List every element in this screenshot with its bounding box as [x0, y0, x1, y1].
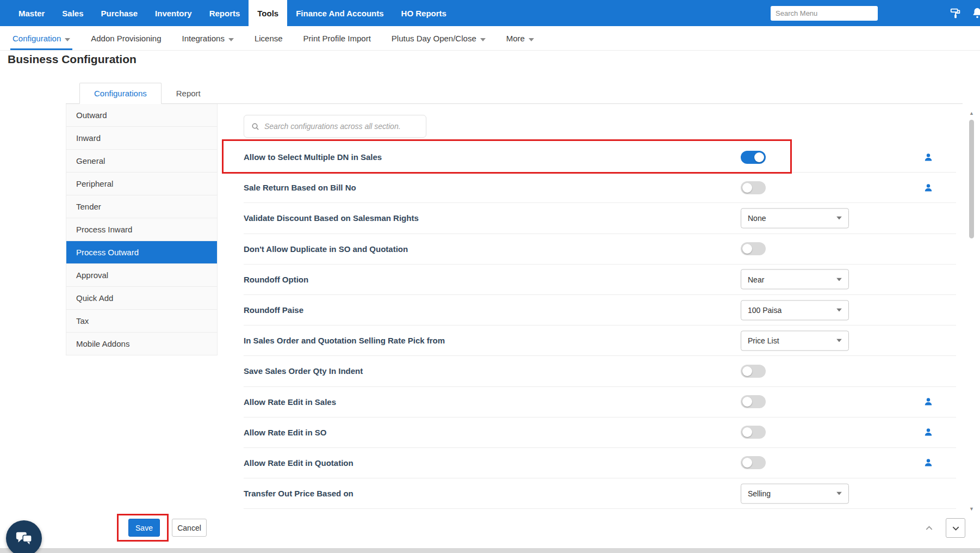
sidebar-item-tender[interactable]: Tender: [66, 195, 217, 218]
subnav-item-plutus-day-open-close[interactable]: Plutus Day Open/Close: [392, 26, 486, 50]
user-permission-icon[interactable]: [925, 183, 932, 192]
setting-label: Roundoff Paise: [244, 305, 303, 315]
user-permission-icon[interactable]: [925, 153, 932, 161]
setting-row-don-t-allow-duplicate-in-so-and-quotation: Don't Allow Duplicate in SO and Quotatio…: [244, 234, 956, 265]
toggle-switch-off[interactable]: [741, 242, 766, 255]
toggle-switch-off[interactable]: [741, 181, 766, 194]
toggle-switch-off[interactable]: [741, 456, 766, 469]
topnav-item-ho-reports[interactable]: HO Reports: [393, 0, 455, 26]
subnav-item-addon-provisioning[interactable]: Addon Provisioning: [91, 26, 161, 50]
topnav-item-master[interactable]: Master: [10, 0, 53, 26]
dropdown-validate-discount-based-on-salesman-rights[interactable]: None: [741, 208, 849, 228]
paint-roller-icon[interactable]: [950, 7, 962, 21]
setting-control-slot: 100 Paisa: [741, 300, 849, 320]
setting-row-roundoff-option: Roundoff Option Near: [244, 265, 956, 295]
sidebar-item-label: Peripheral: [76, 179, 113, 188]
setting-control-slot: [741, 365, 766, 378]
sidebar-item-process-inward[interactable]: Process Inward: [66, 218, 217, 241]
sidebar-item-general[interactable]: General: [66, 150, 217, 173]
toggle-switch-off[interactable]: [741, 426, 766, 439]
chevron-down-icon: [529, 34, 534, 43]
subnav-item-print-profile-import[interactable]: Print Profile Import: [303, 26, 371, 50]
toggle-knob: [742, 366, 752, 376]
topnav-item-label: Reports: [209, 9, 240, 18]
toggle-switch-off[interactable]: [741, 365, 766, 378]
setting-row-in-sales-order-and-quotation-selling-rate-pick-from: In Sales Order and Quotation Selling Rat…: [244, 325, 956, 356]
configuration-search-input[interactable]: [264, 122, 419, 131]
dropdown-selected-value: 100 Paisa: [748, 306, 781, 315]
scrollbar-thumb[interactable]: [969, 120, 974, 238]
toggle-switch-off[interactable]: [741, 395, 766, 408]
user-permission-icon[interactable]: [925, 459, 932, 467]
sidebar-item-peripheral[interactable]: Peripheral: [66, 173, 217, 195]
setting-control-slot: Near: [741, 269, 849, 290]
tab-report[interactable]: Report: [162, 83, 215, 104]
top-navigation-bar: Master Sales Purchase Inventory Reports …: [0, 0, 980, 26]
configuration-search-box: [244, 115, 426, 138]
toggle-knob: [742, 244, 752, 254]
topnav-item-label: Tools: [257, 9, 278, 18]
setting-row-roundoff-paise: Roundoff Paise 100 Paisa: [244, 295, 956, 325]
save-button[interactable]: Save: [128, 519, 160, 537]
user-permission-icon[interactable]: [925, 428, 932, 437]
topnav-item-finance-and-accounts[interactable]: Finance And Accounts: [287, 0, 392, 26]
setting-label: Sale Return Based on Bill No: [244, 183, 356, 192]
topnav-item-label: Finance And Accounts: [296, 9, 383, 18]
sidebar-item-quick-add[interactable]: Quick Add: [66, 287, 217, 310]
chat-widget-button[interactable]: [6, 520, 42, 553]
chevron-down-icon: [836, 278, 842, 281]
setting-control-slot: Selling: [741, 483, 849, 503]
sidebar-item-label: Tender: [76, 202, 101, 211]
sidebar-item-inward[interactable]: Inward: [66, 127, 217, 150]
subnav-item-label: Addon Provisioning: [91, 34, 161, 43]
subnav-item-label: License: [255, 34, 283, 43]
user-permission-icon[interactable]: [925, 398, 932, 406]
setting-row-transfer-out-price-based-on: Transfer Out Price Based on Selling: [244, 478, 956, 509]
chat-bubbles-icon: [15, 530, 33, 546]
topnav-item-purchase[interactable]: Purchase: [92, 0, 147, 26]
topnav-item-tools[interactable]: Tools: [249, 0, 287, 26]
chevron-down-button[interactable]: [946, 518, 965, 538]
sidebar-item-process-outward[interactable]: Process Outward: [66, 241, 217, 264]
setting-control-slot: [741, 151, 766, 164]
toggle-knob: [754, 152, 764, 162]
topnav-item-sales[interactable]: Sales: [53, 0, 92, 26]
subnav-item-label: Plutus Day Open/Close: [392, 34, 476, 43]
cancel-button[interactable]: Cancel: [172, 519, 207, 537]
search-icon: [251, 122, 259, 131]
chevron-down-icon: [65, 34, 70, 43]
topnav-item-inventory[interactable]: Inventory: [146, 0, 201, 26]
subnav-item-integrations[interactable]: Integrations: [182, 26, 234, 50]
scroll-down-arrow[interactable]: ▼: [967, 505, 976, 513]
toggle-knob: [742, 183, 752, 193]
dropdown-roundoff-option[interactable]: Near: [741, 269, 849, 290]
dropdown-roundoff-paise[interactable]: 100 Paisa: [741, 300, 849, 320]
setting-label: Don't Allow Duplicate in SO and Quotatio…: [244, 244, 408, 254]
tab-bar: Configurations Report: [66, 82, 963, 104]
setting-label: Allow Rate Edit in Sales: [244, 397, 336, 407]
sidebar-item-mobile-addons[interactable]: Mobile Addons: [66, 333, 217, 355]
bell-icon[interactable]: [971, 7, 980, 21]
menu-search-input[interactable]: [771, 6, 878, 21]
subnav-item-label: Integrations: [182, 34, 225, 43]
chevron-up-button[interactable]: [919, 518, 939, 538]
topnav-item-label: Sales: [62, 9, 83, 18]
dropdown-selected-value: Price List: [748, 336, 779, 345]
toggle-switch-on[interactable]: [741, 151, 766, 164]
setting-row-allow-rate-edit-in-quotation: Allow Rate Edit in Quotation: [244, 448, 956, 478]
setting-row-allow-to-select-multiple-dn-in-sales: Allow to Select Multiple DN in Sales: [244, 142, 956, 173]
setting-row-allow-rate-edit-in-sales: Allow Rate Edit in Sales: [244, 387, 956, 417]
dropdown-transfer-out-price-based-on[interactable]: Selling: [741, 483, 849, 503]
scroll-up-arrow[interactable]: ▲: [967, 109, 976, 117]
sidebar-item-outward[interactable]: Outward: [66, 104, 217, 127]
dropdown-in-sales-order-and-quotation-selling-rate-pick-from[interactable]: Price List: [741, 330, 849, 351]
tab-configurations[interactable]: Configurations: [79, 83, 162, 104]
subnav-item-configuration[interactable]: Configuration: [13, 26, 70, 50]
sidebar-item-tax[interactable]: Tax: [66, 310, 217, 333]
sidebar-item-approval[interactable]: Approval: [66, 264, 217, 287]
subnav-item-license[interactable]: License: [255, 26, 283, 50]
sidebar-item-label: Inward: [76, 133, 101, 143]
subnav-item-more[interactable]: More: [506, 26, 534, 50]
topnav-item-reports[interactable]: Reports: [201, 0, 249, 26]
setting-label: Validate Discount Based on Salesman Righ…: [244, 213, 419, 223]
